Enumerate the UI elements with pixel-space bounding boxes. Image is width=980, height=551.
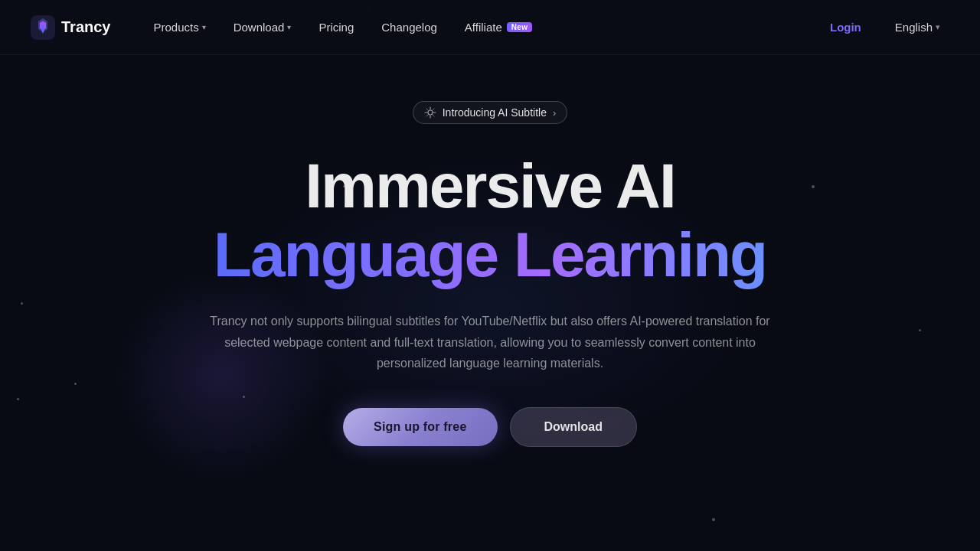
- headline-line1: Immersive AI: [214, 152, 766, 220]
- logo-link[interactable]: Trancy: [31, 15, 110, 40]
- sparkle-icon: [424, 106, 436, 119]
- hero-section: Introducing AI Subtitle › Immersive AI L…: [0, 55, 980, 447]
- svg-line-7: [433, 115, 434, 116]
- svg-line-6: [426, 109, 428, 110]
- language-selector[interactable]: English ▾: [886, 15, 949, 40]
- badge-text: Introducing AI Subtitle: [443, 106, 547, 119]
- hero-headline: Immersive AI Language Learning: [214, 152, 766, 289]
- nav-pricing[interactable]: Pricing: [306, 15, 366, 40]
- brand-name: Trancy: [61, 18, 110, 36]
- particle: [712, 518, 715, 521]
- nav-download[interactable]: Download ▾: [221, 15, 304, 40]
- signup-button[interactable]: Sign up for free: [343, 408, 497, 446]
- headline-line2: Language Learning: [214, 220, 766, 289]
- ai-subtitle-badge[interactable]: Introducing AI Subtitle ›: [413, 101, 568, 124]
- arrow-right-icon: ›: [553, 107, 556, 119]
- hero-description: Trancy not only supports bilingual subti…: [199, 311, 781, 373]
- nav-affiliate[interactable]: Affiliate New: [452, 15, 544, 40]
- cta-buttons: Sign up for free Download: [343, 407, 637, 447]
- download-button[interactable]: Download: [510, 407, 637, 447]
- svg-line-9: [426, 115, 428, 116]
- nav-changelog[interactable]: Changelog: [369, 15, 449, 40]
- new-badge: New: [507, 22, 532, 32]
- navbar: Trancy Products ▾ Download ▾ Pricing Cha…: [0, 0, 980, 55]
- svg-point-1: [428, 110, 433, 115]
- chevron-down-icon: ▾: [202, 23, 206, 31]
- chevron-down-icon: ▾: [936, 22, 940, 32]
- svg-line-8: [433, 109, 434, 110]
- nav-products[interactable]: Products ▾: [141, 15, 217, 40]
- logo-icon: [31, 15, 55, 40]
- nav-links: Products ▾ Download ▾ Pricing Changelog …: [141, 15, 817, 40]
- chevron-down-icon: ▾: [287, 23, 291, 31]
- login-button[interactable]: Login: [818, 15, 874, 40]
- nav-right: Login English ▾: [818, 15, 949, 40]
